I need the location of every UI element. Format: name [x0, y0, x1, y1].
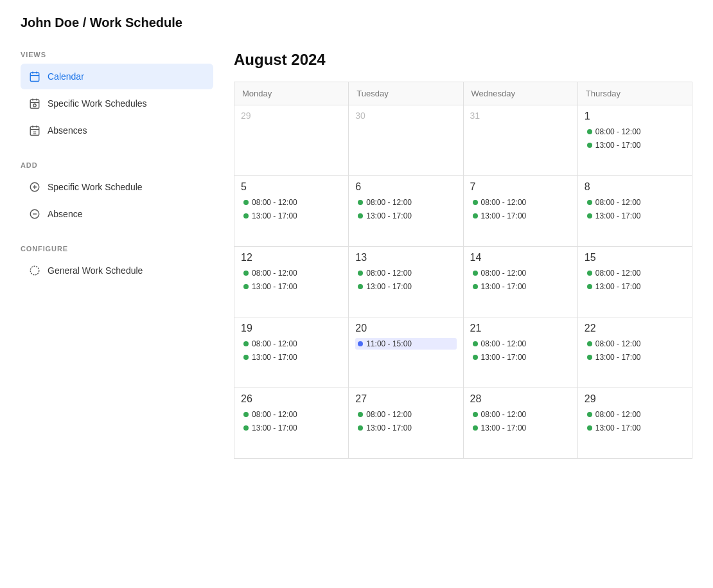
cal-event[interactable]: 08:00 - 12:00 [355, 409, 456, 420]
cal-event[interactable]: 13:00 - 17:00 [470, 422, 571, 434]
cal-event[interactable]: 13:00 - 17:00 [355, 281, 456, 292]
sidebar-item-add-specific-work-schedule[interactable]: Specific Work Schedule [21, 174, 213, 200]
cal-event[interactable]: 13:00 - 17:00 [470, 281, 571, 292]
event-time: 08:00 - 12:00 [481, 339, 527, 348]
sidebar-configure-section: CONFIGURE General Work Schedule [21, 245, 213, 283]
cal-event[interactable]: 08:00 - 12:00 [355, 267, 456, 279]
cal-event[interactable]: 13:00 - 17:00 [585, 139, 685, 151]
cal-event[interactable]: 13:00 - 17:00 [241, 281, 342, 292]
sidebar-item-calendar[interactable]: Calendar [21, 64, 213, 89]
event-time: 08:00 - 12:00 [252, 269, 297, 278]
cal-cell-week3-day0: 1908:00 - 12:0013:00 - 17:00 [234, 317, 349, 388]
cal-event[interactable]: 13:00 - 17:00 [355, 210, 456, 222]
event-time: 08:00 - 12:00 [595, 410, 641, 419]
cal-event[interactable]: 08:00 - 12:00 [585, 338, 685, 350]
event-time: 13:00 - 17:00 [481, 211, 527, 220]
event-dot [243, 284, 249, 289]
event-dot [243, 213, 249, 218]
cal-event[interactable]: 08:00 - 12:00 [585, 197, 685, 208]
event-time: 13:00 - 17:00 [595, 141, 641, 150]
calendar-title: August 2024 [234, 51, 692, 69]
cal-date: 26 [241, 393, 342, 405]
cal-event[interactable]: 08:00 - 12:00 [585, 267, 685, 279]
event-time: 08:00 - 12:00 [481, 410, 527, 419]
cal-event[interactable]: 13:00 - 17:00 [585, 210, 685, 222]
event-time: 13:00 - 17:00 [595, 282, 641, 291]
cal-event[interactable]: 08:00 - 12:00 [241, 197, 342, 208]
calendar-container: August 2024 Monday Tuesday Wednesday Thu… [234, 51, 692, 459]
cal-date: 29 [585, 393, 685, 405]
cal-cell-week3-day1: 2011:00 - 15:00 [349, 317, 463, 388]
event-dot [243, 200, 249, 205]
cal-event[interactable]: 13:00 - 17:00 [355, 422, 456, 434]
cal-event[interactable]: 08:00 - 12:00 [470, 197, 571, 208]
event-dot [243, 355, 249, 360]
page: John Doe / Work Schedule VIEWS Calendar [0, 0, 713, 474]
cal-date: 20 [355, 323, 456, 334]
event-dot [358, 341, 363, 346]
cal-event[interactable]: 13:00 - 17:00 [470, 352, 571, 363]
cal-cell-week4-day1: 2708:00 - 12:0013:00 - 17:00 [349, 388, 463, 459]
cal-event[interactable]: 13:00 - 17:00 [241, 422, 342, 434]
cal-cell-week2-day2: 1408:00 - 12:0013:00 - 17:00 [464, 247, 578, 317]
sidebar-item-absences[interactable]: Absences [21, 118, 213, 143]
event-time: 13:00 - 17:00 [252, 353, 297, 362]
cal-date: 13 [355, 252, 456, 263]
configure-icon [28, 264, 41, 277]
event-dot [473, 200, 478, 205]
event-time: 13:00 - 17:00 [252, 211, 297, 220]
cal-event[interactable]: 08:00 - 12:00 [470, 409, 571, 420]
cal-cell-week4-day2: 2808:00 - 12:0013:00 - 17:00 [464, 388, 578, 459]
sidebar-item-general-work-schedule[interactable]: General Work Schedule [21, 258, 213, 283]
calendar-icon [28, 70, 41, 83]
event-dot [587, 143, 592, 148]
sidebar-add-section: ADD Specific Work Schedule [21, 161, 213, 227]
cal-cell-week4-day3: 2908:00 - 12:0013:00 - 17:00 [578, 388, 692, 459]
cal-event[interactable]: 13:00 - 17:00 [585, 352, 685, 363]
specific-work-schedules-label: Specific Work Schedules [48, 98, 147, 109]
add-label: ADD [21, 161, 213, 169]
cal-event[interactable]: 08:00 - 12:00 [241, 338, 342, 350]
cal-cell-week1-day0: 508:00 - 12:0013:00 - 17:00 [234, 176, 349, 247]
cal-event[interactable]: 08:00 - 12:00 [241, 409, 342, 420]
cal-event[interactable]: 08:00 - 12:00 [585, 126, 685, 138]
cal-event[interactable]: 13:00 - 17:00 [470, 210, 571, 222]
cal-event[interactable]: 11:00 - 15:00 [355, 338, 456, 350]
absences-label: Absences [48, 125, 87, 136]
cal-date: 7 [470, 181, 571, 193]
sidebar-item-specific-work-schedules[interactable]: Specific Work Schedules [21, 91, 213, 116]
views-label: VIEWS [21, 51, 213, 58]
event-time: 13:00 - 17:00 [252, 423, 297, 432]
cal-date: 6 [355, 181, 456, 193]
cal-cell-week4-day0: 2608:00 - 12:0013:00 - 17:00 [234, 388, 349, 459]
cal-event[interactable]: 08:00 - 12:00 [241, 267, 342, 279]
cal-event[interactable]: 13:00 - 17:00 [585, 281, 685, 292]
cal-date: 31 [470, 111, 571, 121]
cal-event[interactable]: 13:00 - 17:00 [241, 352, 342, 363]
event-dot [587, 200, 592, 205]
event-time: 08:00 - 12:00 [595, 339, 641, 348]
cal-event[interactable]: 08:00 - 12:00 [470, 338, 571, 350]
event-dot [358, 271, 363, 276]
calendar-grid: Monday Tuesday Wednesday Thursday 293031… [234, 82, 692, 459]
event-dot [473, 425, 478, 431]
cal-cell-week0-day3: 108:00 - 12:0013:00 - 17:00 [578, 105, 692, 176]
event-time: 13:00 - 17:00 [366, 423, 412, 432]
cal-event[interactable]: 13:00 - 17:00 [585, 422, 685, 434]
event-dot [473, 284, 478, 289]
cal-event[interactable]: 13:00 - 17:00 [241, 210, 342, 222]
event-dot [243, 412, 249, 417]
sidebar-item-add-absence[interactable]: Absence [21, 201, 213, 227]
cal-cell-week0-day2: 31 [464, 105, 578, 176]
cal-cell-week2-day3: 1508:00 - 12:0013:00 - 17:00 [578, 247, 692, 317]
add-absence-label: Absence [48, 209, 82, 219]
cal-event[interactable]: 08:00 - 12:00 [585, 409, 685, 420]
event-time: 13:00 - 17:00 [595, 353, 641, 362]
general-work-schedule-label: General Work Schedule [48, 265, 143, 276]
cal-date: 21 [470, 323, 571, 334]
event-time: 08:00 - 12:00 [366, 410, 412, 419]
event-dot [587, 271, 592, 276]
cal-event[interactable]: 08:00 - 12:00 [355, 197, 456, 208]
cal-event[interactable]: 08:00 - 12:00 [470, 267, 571, 279]
event-time: 08:00 - 12:00 [595, 269, 641, 278]
